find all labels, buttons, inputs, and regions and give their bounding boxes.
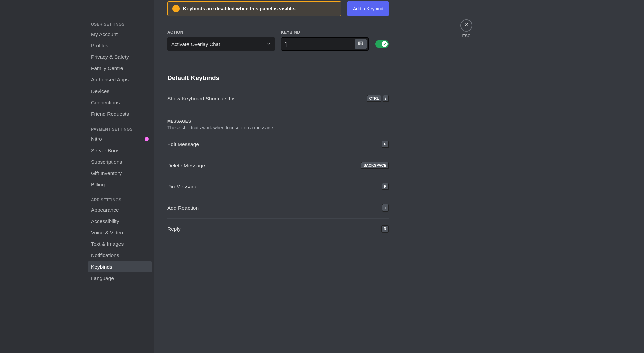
sidebar-item-connections[interactable]: Connections bbox=[88, 97, 152, 108]
sidebar-item-label: Language bbox=[91, 275, 114, 281]
keybind-keys: BACKSPACE bbox=[361, 162, 389, 169]
warning-icon: ! bbox=[172, 5, 180, 12]
keybind-toggle[interactable] bbox=[375, 40, 389, 48]
sidebar-item-server-boost[interactable]: Server Boost bbox=[88, 145, 152, 156]
sidebar-item-label: Nitro bbox=[91, 136, 102, 142]
keybind-row-delete: Delete Message BACKSPACE bbox=[167, 155, 389, 176]
keycap: CTRL bbox=[367, 95, 381, 102]
sidebar-item-label: Keybinds bbox=[91, 264, 112, 270]
sidebar-item-label: Authorised Apps bbox=[91, 77, 129, 83]
sidebar-item-subscriptions[interactable]: Subscriptions bbox=[88, 157, 152, 167]
sidebar-item-authorised-apps[interactable]: Authorised Apps bbox=[88, 74, 152, 85]
divider bbox=[91, 122, 149, 122]
sidebar-item-label: Profiles bbox=[91, 43, 108, 49]
sidebar-header-user: User Settings bbox=[88, 20, 152, 29]
add-keybind-button[interactable]: Add a Keybind bbox=[347, 1, 389, 16]
sidebar-item-notifications[interactable]: Notifications bbox=[88, 250, 152, 261]
sidebar-item-nitro[interactable]: Nitro bbox=[88, 134, 152, 144]
keybind-row-label: Show Keyboard Shortcuts List bbox=[167, 96, 237, 102]
record-keybind-button[interactable] bbox=[355, 39, 367, 49]
sidebar-item-friend-requests[interactable]: Friend Requests bbox=[88, 109, 152, 119]
keybind-row-edit: Edit Message E bbox=[167, 134, 389, 155]
keycap: BACKSPACE bbox=[361, 162, 389, 169]
keybind-keys: R bbox=[381, 225, 389, 233]
settings-sidebar: User Settings My Account Profiles Privac… bbox=[83, 0, 154, 353]
keybind-keys: P bbox=[382, 183, 389, 190]
sidebar-item-label: Text & Images bbox=[91, 241, 124, 247]
action-select[interactable]: Activate Overlay Chat bbox=[167, 37, 275, 51]
keybind-row-reply: Reply R bbox=[167, 218, 389, 239]
keybind-row-shortcuts-list: Show Keyboard Shortcuts List CTRL / bbox=[167, 88, 389, 109]
sidebar-item-text-images[interactable]: Text & Images bbox=[88, 239, 152, 249]
sidebar-item-label: Voice & Video bbox=[91, 230, 123, 236]
toggle-thumb bbox=[382, 41, 388, 47]
sidebar-item-gift-inventory[interactable]: Gift Inventory bbox=[88, 168, 152, 179]
sidebar-item-label: Server Boost bbox=[91, 148, 121, 154]
sidebar-item-label: Family Centre bbox=[91, 65, 123, 71]
sidebar-item-label: Notifications bbox=[91, 252, 119, 258]
sidebar-item-label: Appearance bbox=[91, 207, 119, 213]
keybinds-panel: ! Keybinds are disabled while this panel… bbox=[154, 0, 402, 353]
keycap: / bbox=[383, 95, 389, 102]
action-label: Action bbox=[167, 30, 275, 35]
sidebar-item-label: Subscriptions bbox=[91, 159, 122, 165]
keybind-input[interactable]: ] bbox=[281, 37, 369, 51]
sidebar-item-family[interactable]: Family Centre bbox=[88, 63, 152, 74]
sidebar-item-label: Devices bbox=[91, 88, 109, 94]
close-icon bbox=[464, 22, 469, 29]
sidebar-item-accessibility[interactable]: Accessibility bbox=[88, 216, 152, 227]
sidebar-item-keybinds[interactable]: Keybinds bbox=[88, 261, 152, 272]
keybind-row-label: Edit Message bbox=[167, 141, 199, 148]
top-row: ! Keybinds are disabled while this panel… bbox=[167, 1, 389, 16]
close-button[interactable] bbox=[460, 19, 472, 32]
sidebar-item-appearance[interactable]: Appearance bbox=[88, 204, 152, 215]
keybind-row-pin: Pin Message P bbox=[167, 176, 389, 197]
sidebar-item-voice-video[interactable]: Voice & Video bbox=[88, 227, 152, 238]
keybind-row-label: Reply bbox=[167, 226, 181, 232]
sidebar-item-label: Privacy & Safety bbox=[91, 54, 129, 60]
sidebar-item-label: My Account bbox=[91, 31, 118, 37]
content-area: ! Keybinds are disabled while this panel… bbox=[154, 0, 644, 353]
keybind-keys: + bbox=[382, 204, 389, 212]
keybind-row-label: Pin Message bbox=[167, 184, 198, 190]
action-select-value: Activate Overlay Chat bbox=[171, 41, 220, 47]
sidebar-item-billing[interactable]: Billing bbox=[88, 179, 152, 190]
keybind-field-col: Keybind ] bbox=[281, 30, 389, 51]
messages-title: Messages bbox=[167, 119, 389, 124]
keybind-row-label: Add Reaction bbox=[167, 205, 199, 211]
default-keybinds-title: Default Keybinds bbox=[167, 61, 389, 88]
action-field: Action Activate Overlay Chat bbox=[167, 30, 275, 51]
messages-desc: These shortcuts work when focused on a m… bbox=[167, 125, 389, 130]
keyboard-icon bbox=[358, 40, 364, 48]
keybind-value: ] bbox=[285, 41, 355, 47]
keycap: P bbox=[382, 183, 389, 190]
sidebar-item-label: Friend Requests bbox=[91, 111, 129, 117]
keybind-config-row: Action Activate Overlay Chat Keybind ] bbox=[167, 23, 389, 61]
divider bbox=[91, 193, 149, 193]
keycap: + bbox=[382, 204, 389, 212]
nitro-badge-icon bbox=[145, 137, 149, 141]
keybind-row-reaction: Add Reaction + bbox=[167, 197, 389, 218]
chevron-down-icon bbox=[266, 41, 271, 47]
sidebar-item-label: Accessibility bbox=[91, 218, 119, 224]
messages-subsection: Messages These shortcuts work when focus… bbox=[167, 109, 389, 134]
keybind-input-wrap: ] bbox=[281, 37, 389, 51]
keybind-keys: E bbox=[382, 141, 389, 148]
warning-banner: ! Keybinds are disabled while this panel… bbox=[167, 1, 341, 16]
sidebar-item-privacy[interactable]: Privacy & Safety bbox=[88, 52, 152, 62]
sidebar-item-profiles[interactable]: Profiles bbox=[88, 40, 152, 51]
sidebar-item-my-account[interactable]: My Account bbox=[88, 29, 152, 40]
esc-label: ESC bbox=[462, 34, 471, 38]
sidebar-item-language[interactable]: Language bbox=[88, 273, 152, 284]
close-area: ESC bbox=[456, 19, 476, 38]
sidebar-item-label: Gift Inventory bbox=[91, 170, 122, 176]
sidebar-item-label: Connections bbox=[91, 100, 120, 106]
sidebar-header-app: App Settings bbox=[88, 196, 152, 204]
sidebar-header-payment: Payment Settings bbox=[88, 125, 152, 134]
sidebar-item-devices[interactable]: Devices bbox=[88, 86, 152, 97]
sidebar-item-label: Billing bbox=[91, 182, 105, 188]
keycap: E bbox=[382, 141, 389, 148]
keybind-row-label: Delete Message bbox=[167, 163, 205, 169]
keybind-keys: CTRL / bbox=[367, 95, 389, 102]
keycap: R bbox=[381, 225, 389, 233]
